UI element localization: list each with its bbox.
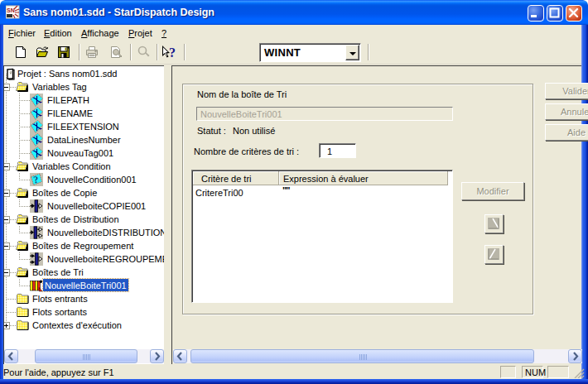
svg-text:SN: SN [7, 7, 15, 13]
svg-text:?: ? [169, 46, 176, 59]
